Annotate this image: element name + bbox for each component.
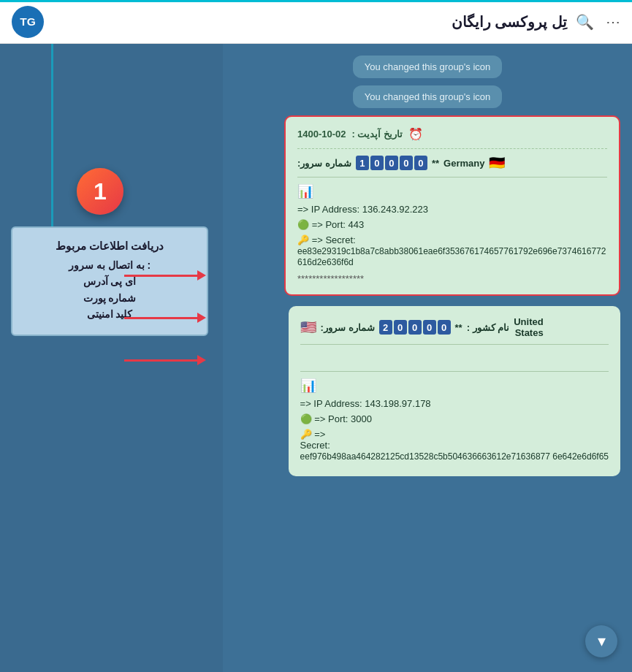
msg2-ip: => IP Address: 143.198.97.178 (300, 398, 609, 409)
arrow-line (51, 44, 53, 248)
msg2-server-label: شماره سرور: (321, 322, 375, 333)
red-arrow-1 (124, 270, 206, 280)
header-icons: 🔍 ⋯ (576, 13, 620, 31)
system-message-2: You changed this group's icon (353, 85, 503, 108)
header: TG تِل پروکسی رایگان 🔍 ⋯ (0, 0, 632, 44)
main-layout: 1 دریافت اطلاعات مربوط : به اتصال به سرو… (0, 44, 632, 672)
msg2-flag: 🇺🇸 (300, 319, 316, 335)
msg1-port: 🟢 => Port: 443 (297, 219, 607, 230)
msg1-server-label: شماره سرور: (297, 158, 351, 169)
msg1-header: ⏰ تاریخ آپدیت : 1400-10-02 (297, 127, 607, 141)
search-icon[interactable]: 🔍 (576, 13, 594, 31)
chat-area: You changed this group's icon You change… (223, 44, 632, 672)
red-arrows (124, 270, 206, 365)
msg2-secret: 🔑 => Secret: eef976b498aa464282125cd1352… (300, 429, 609, 462)
message-card-1: ⏰ تاریخ آپدیت : 1400-10-02 🇩🇪 Germany **… (284, 115, 620, 296)
message-card-2: UnitedStates نام کشور : ** 0 0 0 0 2 شما… (289, 306, 620, 476)
progress-bar (0, 0, 632, 2)
number-badge: 1 (77, 168, 123, 215)
green-dot-icon-1: 🟢 (297, 219, 309, 230)
msg2-country: UnitedStates (514, 316, 543, 338)
green-dot-icon-2: 🟢 (300, 413, 312, 424)
msg1-date-value: 1400-10-02 (297, 129, 346, 140)
more-icon[interactable]: ⋯ (606, 13, 620, 31)
red-arrow-3 (124, 355, 206, 365)
msg2-number-display: 0 0 0 0 2 (379, 320, 451, 335)
key-icon-2: 🔑 (300, 429, 312, 440)
red-arrow-2 (124, 313, 206, 323)
msg1-divider (297, 177, 607, 177)
msg1-flag: 🇩🇪 (489, 155, 505, 171)
avatar[interactable]: TG (12, 6, 44, 38)
msg2-country-label: نام کشور : (467, 322, 510, 333)
msg1-server-line: 🇩🇪 Germany ** 0 0 0 0 1 شماره سرور: (297, 155, 607, 171)
header-title: تِل پروکسی رایگان (53, 13, 567, 31)
msg2-chart-icon: 📊 (300, 378, 609, 394)
msg1-country: Germany (443, 158, 484, 169)
msg2-port: 🟢 => Port: 3000 (300, 413, 609, 424)
msg1-secret: 🔑 => Secret: ee83e29319c1b8a7c8abb38061e… (297, 234, 607, 267)
msg1-number-display: 0 0 0 0 1 (356, 156, 427, 170)
system-message-1: You changed this group's icon (353, 56, 503, 78)
msg1-stars-row: ****************** (297, 273, 607, 284)
left-panel: 1 دریافت اطلاعات مربوط : به اتصال به سرو… (0, 44, 223, 672)
msg1-stars: ** (432, 158, 439, 169)
svg-text:TG: TG (20, 15, 36, 28)
msg1-chart-icon: 📊 (297, 183, 607, 199)
msg1-ip: => IP Address: 136.243.92.223 (297, 204, 607, 215)
clock-icon: ⏰ (408, 127, 423, 141)
info-box-title: دریافت اطلاعات مربوط (21, 240, 198, 253)
msg1-date-label: تاریخ آپدیت : (352, 129, 403, 140)
key-icon-1: 🔑 (297, 234, 309, 245)
scroll-down-button[interactable] (585, 625, 617, 657)
